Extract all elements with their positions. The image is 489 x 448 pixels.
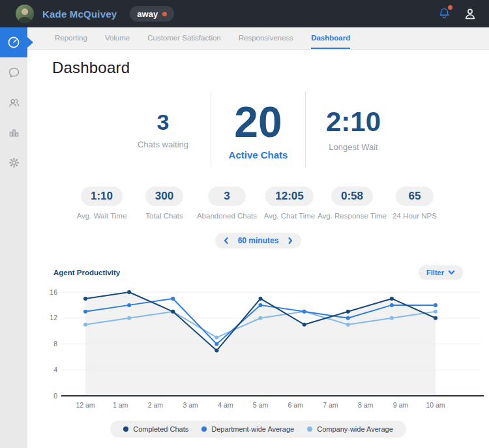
legend-dot-icon bbox=[307, 426, 312, 432]
tab-volume[interactable]: Volume bbox=[105, 27, 130, 49]
sidebar bbox=[0, 27, 27, 448]
data-point[interactable] bbox=[83, 323, 87, 327]
pill-stat-avg-wait-time: 1:10Avg. Wait Time bbox=[70, 187, 133, 220]
data-point[interactable] bbox=[259, 297, 263, 301]
x-tick-label: 5 am bbox=[253, 401, 269, 409]
time-range-label: 60 minutes bbox=[233, 236, 283, 245]
chart-title: Agent Productivity bbox=[53, 269, 120, 276]
x-tick-label: 4 am bbox=[218, 401, 233, 409]
notifications-button[interactable] bbox=[437, 6, 452, 22]
data-point[interactable] bbox=[215, 336, 218, 340]
data-point[interactable] bbox=[434, 316, 437, 320]
status-badge[interactable]: away bbox=[130, 6, 174, 22]
filter-label: Filter bbox=[426, 269, 444, 276]
sidebar-item-chats[interactable] bbox=[0, 57, 27, 87]
pill-value: 65 bbox=[409, 190, 421, 203]
user-avatar[interactable] bbox=[16, 5, 34, 23]
time-range-selector: 60 minutes bbox=[215, 233, 301, 248]
filter-button[interactable]: Filter bbox=[419, 265, 463, 280]
pill-stat-avg-chat-time: 12:05Avg. Chat Time bbox=[258, 187, 321, 220]
sidebar-item-reports[interactable] bbox=[0, 117, 27, 147]
avatar-photo bbox=[16, 5, 34, 23]
data-point[interactable] bbox=[127, 303, 131, 307]
gear-icon bbox=[7, 156, 21, 170]
data-point[interactable] bbox=[171, 297, 175, 301]
pill-label: Avg. Wait Time bbox=[77, 212, 127, 220]
x-tick-label: 3 am bbox=[183, 401, 198, 409]
data-point[interactable] bbox=[215, 342, 218, 346]
data-point[interactable] bbox=[390, 303, 394, 307]
data-point[interactable] bbox=[346, 323, 350, 327]
data-point[interactable] bbox=[259, 303, 263, 307]
main-content: Dashboard 3 Chats waiting 20 Active Chat… bbox=[27, 50, 489, 448]
stat-label: Longest Wait bbox=[306, 142, 401, 152]
data-point[interactable] bbox=[346, 310, 350, 314]
chat-bubble-icon bbox=[7, 66, 21, 80]
sidebar-item-team[interactable] bbox=[0, 87, 27, 117]
pill-value: 300 bbox=[155, 190, 173, 203]
x-tick-label: 2 am bbox=[148, 401, 164, 409]
y-tick-label: 4 bbox=[53, 366, 57, 374]
tab-dashboard[interactable]: Dashboard bbox=[311, 27, 350, 49]
pill-stat-avg-response-time: 0:58Avg. Response Time bbox=[321, 187, 383, 220]
user-name: Kade McQuivey bbox=[42, 8, 117, 20]
tab-reporting[interactable]: Reporting bbox=[55, 27, 87, 49]
data-point[interactable] bbox=[127, 316, 131, 320]
pill-stat-total-chats: 300Total Chats bbox=[133, 187, 196, 220]
data-point[interactable] bbox=[390, 297, 394, 301]
speedometer-icon bbox=[7, 35, 21, 50]
stat-chats-waiting: 3 Chats waiting bbox=[115, 110, 211, 149]
tab-responsiveness[interactable]: Responsiveness bbox=[239, 27, 293, 49]
stat-value: 3 bbox=[115, 110, 211, 135]
stat-label: Chats waiting bbox=[115, 140, 211, 149]
pill-value-badge: 65 bbox=[396, 187, 434, 206]
pill-label: Avg. Chat Time bbox=[264, 212, 315, 220]
data-point[interactable] bbox=[434, 310, 437, 314]
x-tick-label: 10 am bbox=[426, 401, 445, 409]
pill-stat-24-hour-nps: 6524 Hour NPS bbox=[383, 187, 446, 220]
tab-customer-satisfaction[interactable]: Customer Satisfaction bbox=[147, 27, 221, 49]
legend-item-company-wide-average[interactable]: Company-wide Average bbox=[307, 425, 393, 433]
legend-dot-icon bbox=[201, 426, 207, 432]
data-point[interactable] bbox=[215, 348, 218, 352]
pill-label: Abandoned Chats bbox=[197, 212, 257, 220]
top-bar: Kade McQuivey away bbox=[0, 0, 489, 27]
data-point[interactable] bbox=[83, 310, 87, 314]
data-point[interactable] bbox=[346, 316, 350, 320]
next-range-button[interactable] bbox=[286, 235, 295, 246]
legend-item-department-wide-average[interactable]: Department-wide Average bbox=[201, 425, 294, 433]
pill-value-badge: 12:05 bbox=[265, 187, 313, 206]
pill-label: 24 Hour NPS bbox=[393, 212, 437, 220]
agent-productivity-chart: 048121612 am1 am2 am3 am4 am5 am6 am7 am… bbox=[27, 282, 489, 421]
pill-value-badge: 300 bbox=[145, 187, 183, 206]
account-icon[interactable] bbox=[463, 6, 477, 22]
page-title: Dashboard bbox=[52, 59, 489, 77]
data-point[interactable] bbox=[303, 323, 306, 327]
y-tick-label: 0 bbox=[53, 392, 57, 400]
report-tabs: ReportingVolumeCustomer SatisfactionResp… bbox=[27, 27, 489, 50]
chart-legend: Completed ChatsDepartment-wide AverageCo… bbox=[110, 421, 406, 438]
status-label: away bbox=[137, 9, 158, 19]
sidebar-item-settings[interactable] bbox=[0, 147, 27, 177]
x-tick-label: 1 am bbox=[113, 401, 128, 409]
pill-label: Total Chats bbox=[145, 212, 183, 220]
pill-value: 1:10 bbox=[91, 190, 113, 203]
data-point[interactable] bbox=[83, 297, 87, 301]
data-point[interactable] bbox=[127, 290, 131, 294]
data-point[interactable] bbox=[259, 316, 263, 320]
stat-active-chats: 20 Active Chats bbox=[211, 91, 306, 167]
y-tick-label: 12 bbox=[50, 314, 57, 321]
data-point[interactable] bbox=[390, 316, 394, 320]
data-point[interactable] bbox=[171, 310, 175, 314]
chevron-right-icon bbox=[287, 237, 293, 245]
legend-item-completed-chats[interactable]: Completed Chats bbox=[123, 425, 188, 433]
pill-value-badge: 1:10 bbox=[81, 187, 123, 206]
previous-range-button[interactable] bbox=[222, 235, 231, 246]
sidebar-item-dashboard[interactable] bbox=[0, 27, 27, 57]
x-tick-label: 6 am bbox=[288, 401, 304, 409]
bar-chart-icon bbox=[7, 126, 21, 140]
data-point[interactable] bbox=[303, 310, 306, 314]
active-item-pointer bbox=[27, 37, 33, 48]
data-point[interactable] bbox=[434, 303, 437, 307]
summary-pills: 1:10Avg. Wait Time300Total Chats3Abandon… bbox=[27, 187, 489, 220]
